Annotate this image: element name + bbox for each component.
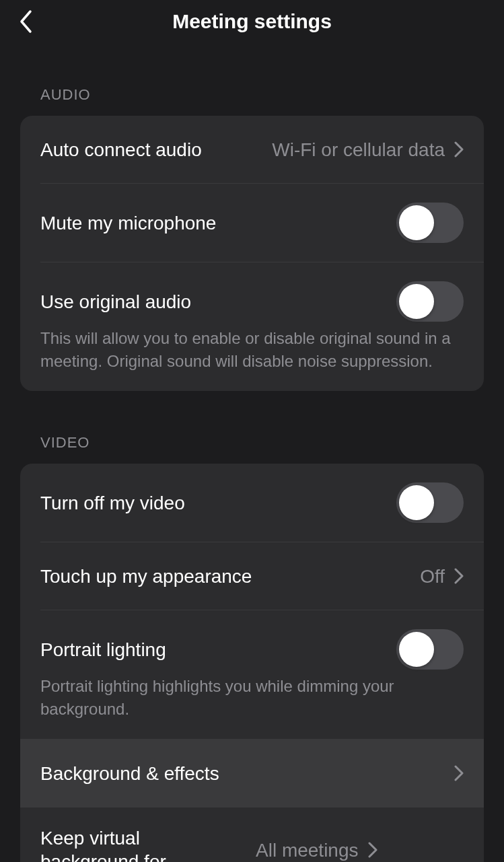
chevron-right-icon xyxy=(368,842,377,858)
label-touch-up-appearance: Touch up my appearance xyxy=(40,565,406,588)
label-background-effects: Background & effects xyxy=(40,762,445,785)
row-mute-my-microphone: Mute my microphone xyxy=(20,184,484,262)
value-keep-virtual-background-for: All meetings xyxy=(256,838,359,862)
row-keep-virtual-background-for[interactable]: Keep virtual background for All meetings xyxy=(20,807,484,862)
back-button[interactable] xyxy=(11,7,40,36)
row-touch-up-appearance[interactable]: Touch up my appearance Off xyxy=(20,542,484,610)
label-turn-off-my-video: Turn off my video xyxy=(40,491,383,515)
chevron-right-icon xyxy=(454,568,464,584)
toggle-portrait-lighting[interactable] xyxy=(396,629,464,670)
section-header-audio: AUDIO xyxy=(40,86,484,104)
toggle-use-original-audio[interactable] xyxy=(396,281,464,322)
toggle-turn-off-my-video[interactable] xyxy=(396,482,464,523)
content: AUDIO Auto connect audio Wi-Fi or cellul… xyxy=(0,86,504,862)
desc-use-original-audio: This will allow you to enable or disable… xyxy=(20,327,484,391)
row-background-effects[interactable]: Background & effects xyxy=(20,740,484,807)
header: Meeting settings xyxy=(0,0,504,43)
row-turn-off-my-video: Turn off my video xyxy=(20,464,484,542)
value-auto-connect-audio: Wi-Fi or cellular data xyxy=(272,138,445,161)
row-portrait-lighting: Portrait lighting Portrait lighting high… xyxy=(20,610,484,739)
value-touch-up-appearance: Off xyxy=(420,565,445,588)
section-header-video: VIDEO xyxy=(40,434,484,452)
group-audio: Auto connect audio Wi-Fi or cellular dat… xyxy=(20,116,484,391)
chevron-left-icon xyxy=(18,9,33,34)
row-use-original-audio: Use original audio This will allow you t… xyxy=(20,262,484,391)
label-portrait-lighting: Portrait lighting xyxy=(40,638,383,661)
chevron-right-icon xyxy=(454,141,464,157)
label-use-original-audio: Use original audio xyxy=(40,290,383,314)
chevron-right-icon xyxy=(454,765,464,781)
desc-portrait-lighting: Portrait lighting highlights you while d… xyxy=(20,675,484,739)
label-auto-connect-audio: Auto connect audio xyxy=(40,138,258,161)
page-title: Meeting settings xyxy=(172,10,332,33)
row-auto-connect-audio[interactable]: Auto connect audio Wi-Fi or cellular dat… xyxy=(20,116,484,183)
label-keep-virtual-background-for: Keep virtual background for xyxy=(40,826,242,862)
label-mute-my-microphone: Mute my microphone xyxy=(40,211,383,235)
group-video: Turn off my video Touch up my appearance… xyxy=(20,464,484,862)
toggle-mute-my-microphone[interactable] xyxy=(396,203,464,243)
